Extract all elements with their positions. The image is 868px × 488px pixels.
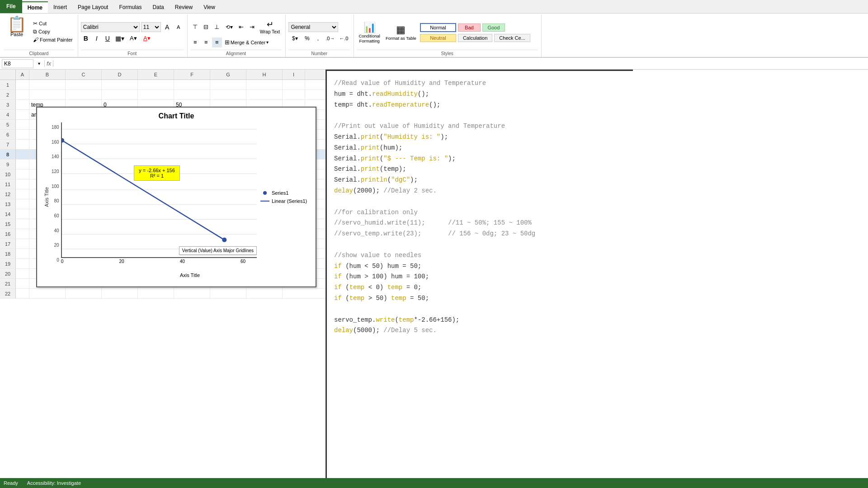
accounting-button[interactable]: $▾: [288, 33, 301, 43]
tab-view[interactable]: View: [198, 1, 221, 13]
row-num[interactable]: 4: [0, 110, 16, 119]
style-calculation[interactable]: Calculation: [458, 34, 492, 42]
code-line-17: //show value to needles: [334, 250, 626, 261]
align-left-button[interactable]: ≡: [190, 38, 200, 47]
col-header-d[interactable]: D: [102, 70, 138, 80]
cell-d1[interactable]: [102, 80, 138, 89]
cell-i1[interactable]: [283, 80, 305, 89]
cell-a3[interactable]: [16, 100, 29, 109]
col-header-g[interactable]: G: [210, 70, 246, 80]
col-header-b[interactable]: B: [29, 70, 66, 80]
underline-button[interactable]: U: [103, 33, 113, 43]
tab-pagelayout[interactable]: Page Layout: [72, 1, 113, 13]
tab-home[interactable]: Home: [22, 1, 48, 13]
style-bad[interactable]: Bad: [458, 23, 481, 32]
fill-color-button[interactable]: A▾: [127, 33, 140, 43]
indent-decrease-button[interactable]: ⇤: [236, 22, 246, 32]
cell-g2[interactable]: [210, 90, 246, 99]
cell-c2[interactable]: [66, 90, 102, 99]
cell-b1[interactable]: [29, 80, 66, 89]
row-num[interactable]: 2: [0, 90, 16, 99]
expand-formula-button[interactable]: ▾: [35, 61, 42, 66]
paste-icon: 📋: [7, 16, 26, 32]
code-line-2: hum = dht.readHumidity();: [334, 89, 626, 100]
format-painter-button[interactable]: 🖌 Format Painter: [32, 36, 74, 43]
cell-h2[interactable]: [246, 90, 283, 99]
align-bottom-button[interactable]: ⊥: [212, 22, 222, 32]
col-header-e[interactable]: E: [138, 70, 174, 80]
border-button[interactable]: ▦▾: [113, 33, 126, 43]
cell-e2[interactable]: [138, 90, 174, 99]
clipboard-group: 📋 Paste ✂ Cut ⧉ Copy 🖌 Format Painter Cl…: [2, 14, 78, 57]
text-direction-button[interactable]: ⟲▾: [223, 22, 236, 32]
conditional-formatting-button[interactable]: 📊 ConditionalFormatting: [357, 21, 382, 45]
code-line-blank-3: [334, 239, 626, 250]
col-header-i[interactable]: I: [283, 70, 305, 80]
cell-reference-box[interactable]: K8: [2, 59, 33, 68]
decrease-font-button[interactable]: A: [174, 22, 184, 32]
table-row: 22: [0, 289, 326, 299]
cell-g1[interactable]: [210, 80, 246, 89]
cell-f2[interactable]: [174, 90, 210, 99]
cell-a1[interactable]: [16, 80, 29, 89]
copy-button[interactable]: ⧉ Copy: [32, 28, 74, 35]
font-size-select[interactable]: 11: [141, 22, 161, 32]
cell-b2[interactable]: [29, 90, 66, 99]
formula-input[interactable]: [55, 60, 866, 68]
percent-button[interactable]: %: [302, 33, 312, 43]
font-group: Calibri 11 A A B I U ▦▾ A▾ A▾ Font: [78, 14, 188, 57]
indent-increase-button[interactable]: ⇥: [247, 22, 257, 32]
legend-series1: Series1: [260, 190, 309, 196]
copy-icon: ⧉: [33, 28, 37, 35]
col-header-f[interactable]: F: [174, 70, 210, 80]
number-format-select[interactable]: General: [288, 22, 338, 32]
merge-center-button[interactable]: ⊞ Merge & Center ▾: [223, 38, 271, 47]
comma-button[interactable]: ,: [313, 33, 323, 43]
tab-review[interactable]: Review: [170, 1, 198, 13]
cell-c1[interactable]: [66, 80, 102, 89]
cell-f1[interactable]: [174, 80, 210, 89]
code-line-11: delay(2000); //Delay 2 sec.: [334, 186, 626, 197]
col-header-c[interactable]: C: [66, 70, 102, 80]
cell-d2[interactable]: [102, 90, 138, 99]
decrease-decimal-button[interactable]: ←.0: [337, 33, 350, 43]
cell-a2[interactable]: [16, 90, 29, 99]
increase-font-button[interactable]: A: [162, 22, 172, 32]
chart-plot-area[interactable]: y = -2.66x + 156 R² = 1 Vertical (Value)…: [61, 122, 257, 258]
cut-button[interactable]: ✂ Cut: [32, 20, 74, 27]
cell-a4[interactable]: [16, 110, 29, 119]
font-color-button[interactable]: A▾: [141, 33, 153, 43]
cell-e1[interactable]: [138, 80, 174, 89]
status-accessibility: Accessibility: Investigate: [27, 480, 81, 486]
align-middle-button[interactable]: ⊟: [201, 22, 211, 32]
align-right-button[interactable]: ≡: [212, 38, 222, 47]
italic-button[interactable]: I: [92, 33, 102, 43]
bold-button[interactable]: B: [81, 33, 91, 43]
tab-insert[interactable]: Insert: [48, 1, 72, 13]
font-group-label: Font: [81, 50, 184, 57]
code-line-10: Serial.println("dgC");: [334, 175, 626, 186]
align-top-button[interactable]: ⊤: [190, 22, 200, 32]
wrap-text-button[interactable]: ↵ Wrap Text: [258, 18, 282, 36]
increase-decimal-button[interactable]: .0→: [324, 33, 336, 43]
tab-file[interactable]: File: [0, 0, 22, 13]
style-neutral[interactable]: Neutral: [420, 34, 456, 42]
style-normal[interactable]: Normal: [420, 23, 456, 32]
paste-button[interactable]: 📋 Paste: [4, 15, 30, 48]
chart-container[interactable]: Chart Title Axis Title 18016014012010080…: [36, 107, 316, 287]
row-num[interactable]: 3: [0, 100, 16, 109]
tab-data[interactable]: Data: [147, 1, 169, 13]
code-line-9: Serial.print(temp);: [334, 164, 626, 175]
cell-h1[interactable]: [246, 80, 283, 89]
row-num[interactable]: 1: [0, 80, 16, 89]
format-as-table-button[interactable]: ▦ Format as Table: [384, 23, 418, 42]
cell-i2[interactable]: [283, 90, 305, 99]
style-check-cell[interactable]: Check Ce...: [494, 34, 530, 42]
col-header-a[interactable]: A: [16, 70, 29, 80]
col-header-h[interactable]: H: [246, 70, 283, 80]
style-good[interactable]: Good: [482, 23, 505, 32]
main-area: A B C D E F G H I 1: [0, 70, 868, 478]
font-name-select[interactable]: Calibri: [81, 22, 140, 32]
tab-formulas[interactable]: Formulas: [113, 1, 147, 13]
align-center-button[interactable]: ≡: [201, 38, 211, 47]
